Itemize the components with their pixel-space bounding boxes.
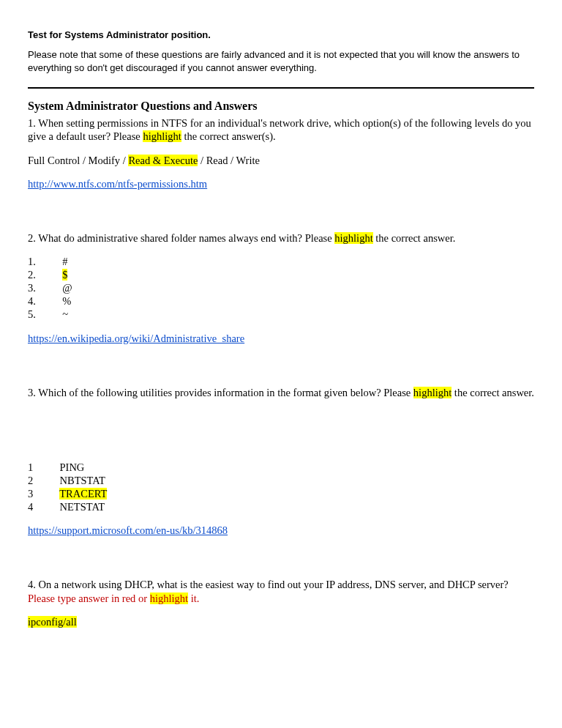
intro-body: Please note that some of these questions… — [28, 48, 534, 74]
q1-options-a: Full Control / Modify / — [28, 155, 128, 166]
option-number: 1. — [28, 256, 36, 267]
intro-title: Test for Systems Administrator position. — [28, 29, 534, 41]
q1-options-b: / Read / Write — [198, 155, 260, 166]
q2-text-b: the correct answer. — [373, 232, 456, 244]
q2-highlight-word: highlight — [334, 232, 372, 244]
q3-link[interactable]: https://support.microsoft.com/en-us/kb/3… — [28, 524, 228, 536]
option-row: 3 TRACERT — [28, 487, 534, 500]
q4-answer: ipconfig/all — [28, 616, 77, 628]
option-row: 3. @ — [28, 281, 534, 294]
q1-answer: Read & Execute — [128, 155, 198, 166]
option-number: 4. — [28, 295, 36, 307]
q2-link-row: https://en.wikipedia.org/wiki/Administra… — [28, 332, 534, 345]
option-number: 3. — [28, 282, 36, 294]
q4-red-a: Please type answer in red or — [28, 593, 150, 604]
option-row: 2 NBTSTAT — [28, 474, 534, 487]
option-row: 2. $ — [28, 268, 534, 281]
option-value: NETSTAT — [60, 501, 105, 513]
q2-link[interactable]: https://en.wikipedia.org/wiki/Administra… — [28, 333, 244, 344]
q3-options: 1 PING2 NBTSTAT3 TRACERT4 NETSTAT — [28, 461, 534, 514]
q1-text: 1. When setting permissions in NTFS for … — [28, 116, 534, 143]
option-value: # — [62, 256, 67, 267]
option-row: 1 PING — [28, 461, 534, 474]
main-heading: System Administrator Questions and Answe… — [28, 99, 534, 114]
option-number: 2 — [28, 475, 33, 486]
q4-text: 4. On a network using DHCP, what is the … — [28, 578, 534, 604]
q2-text-a: 2. What do administrative shared folder … — [28, 232, 334, 244]
option-value: TRACERT — [59, 488, 107, 499]
option-row: 1. # — [28, 255, 534, 268]
q3-text: 3. Which of the following utilities prov… — [28, 386, 534, 399]
q1-link-row: http://www.ntfs.com/ntfs-permissions.htm — [28, 177, 534, 190]
option-row: 5. ~ — [28, 308, 534, 321]
q3-text-b: the correct answer. — [452, 387, 534, 398]
q1-options: Full Control / Modify / Read & Execute /… — [28, 154, 534, 167]
q1-text-a: 1. When setting permissions in NTFS for … — [28, 117, 531, 142]
q3-link-row: https://support.microsoft.com/en-us/kb/3… — [28, 524, 534, 537]
option-value: PING — [60, 461, 85, 473]
option-value: $ — [62, 269, 67, 281]
option-number: 3 — [28, 488, 33, 499]
q2-text: 2. What do administrative shared folder … — [28, 231, 534, 245]
q1-text-b: the correct answer(s). — [181, 130, 276, 142]
q1-highlight-word: highlight — [143, 130, 181, 142]
q4-text-a: 4. On a network using DHCP, what is the … — [28, 579, 509, 590]
q3-highlight-word: highlight — [413, 387, 452, 398]
q2-options: 1. #2. $3. @4. %5. ~ — [28, 255, 534, 322]
option-number: 1 — [28, 461, 33, 473]
option-value: NBTSTAT — [60, 475, 105, 486]
q4-answer-row: ipconfig/all — [28, 615, 534, 628]
divider — [28, 87, 534, 89]
option-row: 4 NETSTAT — [28, 500, 534, 513]
option-row: 4. % — [28, 294, 534, 308]
option-value: @ — [62, 282, 72, 294]
q4-highlight-word: highlight — [150, 593, 188, 604]
q4-red-b: it. — [188, 593, 199, 604]
option-number: 5. — [28, 308, 36, 320]
option-value: % — [62, 295, 71, 307]
q1-link[interactable]: http://www.ntfs.com/ntfs-permissions.htm — [28, 178, 207, 190]
option-number: 4 — [28, 501, 33, 513]
q3-text-a: 3. Which of the following utilities prov… — [28, 387, 413, 398]
option-number: 2. — [28, 269, 36, 281]
option-value: ~ — [62, 308, 68, 320]
